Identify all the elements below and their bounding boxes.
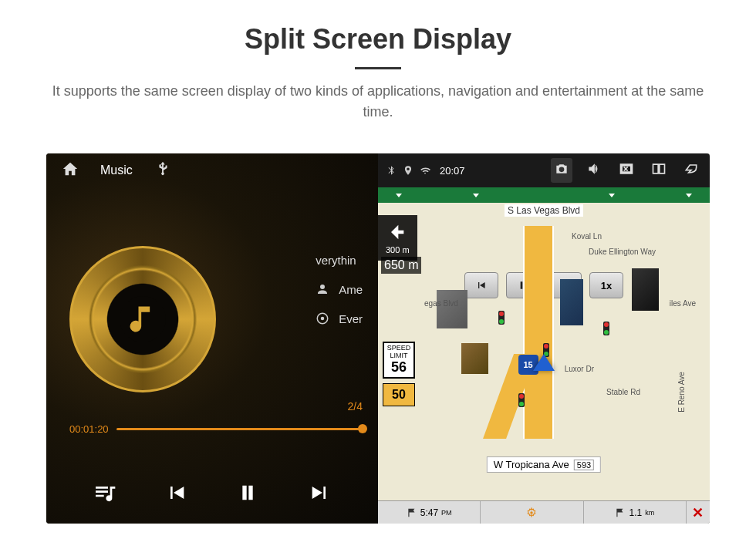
nav-bottom-bar: 5:47 PM 1.1 km ✕ bbox=[378, 500, 710, 524]
speed-limit-label: SPEED LIMIT bbox=[386, 345, 412, 360]
speed-limit-sign: SPEED LIMIT 56 bbox=[383, 342, 415, 379]
page-subtitle: It supports the same screen display of t… bbox=[46, 81, 710, 123]
status-icons bbox=[386, 165, 430, 176]
seek-bar[interactable] bbox=[116, 428, 363, 430]
street-tropicana: W Tropicana Ave bbox=[494, 459, 569, 470]
bluetooth-icon bbox=[386, 165, 397, 176]
track-title: verythin bbox=[316, 254, 356, 267]
progress-bar[interactable]: 00:01:20 bbox=[69, 423, 363, 435]
next-button[interactable] bbox=[307, 480, 332, 508]
route-bar bbox=[378, 187, 710, 203]
distance-unit: km bbox=[645, 509, 654, 517]
street-reno: E Reno Ave bbox=[677, 372, 686, 413]
track-title-row: verythin bbox=[316, 254, 363, 267]
street-koval: Koval Ln bbox=[572, 232, 602, 241]
eta-cell[interactable]: 5:47 PM bbox=[378, 501, 481, 524]
street-luxor: Luxor Dr bbox=[565, 365, 594, 373]
street-iles: iles Ave bbox=[670, 299, 696, 308]
person-icon bbox=[316, 282, 329, 296]
system-topbar: 20:07 bbox=[378, 153, 710, 187]
close-app-button[interactable] bbox=[616, 158, 637, 183]
flag-icon bbox=[615, 507, 626, 518]
eta-unit: PM bbox=[441, 509, 452, 517]
split-button[interactable] bbox=[648, 158, 670, 183]
volume-button[interactable] bbox=[583, 158, 605, 183]
nav-cursor-icon bbox=[533, 354, 555, 371]
flag-icon bbox=[407, 507, 417, 518]
street-stable: Stable Rd bbox=[606, 388, 640, 396]
track-info: verythin Ame Ever bbox=[316, 238, 363, 341]
time-current: 00:01:20 bbox=[69, 423, 109, 435]
playlist-button[interactable] bbox=[93, 480, 117, 508]
music-controls bbox=[46, 480, 378, 508]
page-title: Split Screen Display bbox=[31, 23, 725, 56]
current-street: W Tropicana Ave 593 bbox=[487, 456, 601, 473]
album-disc bbox=[69, 246, 216, 392]
street-number: 593 bbox=[574, 460, 594, 470]
music-pane: Music verythin Ame Ever 2/4 bbox=[46, 153, 378, 524]
music-topbar: Music bbox=[46, 153, 378, 187]
turn-distance-2: 650 m bbox=[381, 257, 421, 274]
street-vegas: egas Blvd bbox=[424, 299, 458, 308]
nav-close-button[interactable]: ✕ bbox=[687, 504, 710, 521]
map-view[interactable]: S Las Vegas Blvd 300 m 650 m 1x bbox=[378, 187, 710, 500]
route-options[interactable] bbox=[481, 501, 583, 524]
music-title: Music bbox=[100, 163, 133, 177]
svg-point-2 bbox=[531, 511, 534, 514]
distance-cell[interactable]: 1.1 km bbox=[584, 501, 687, 524]
system-buttons bbox=[551, 158, 702, 183]
system-time: 20:07 bbox=[440, 165, 465, 177]
svg-point-1 bbox=[321, 317, 325, 321]
album-row: Ever bbox=[316, 312, 363, 325]
title-divider bbox=[355, 67, 401, 69]
artist-name: Ame bbox=[339, 283, 363, 296]
speed-limit-value: 56 bbox=[386, 360, 412, 376]
gear-icon bbox=[526, 507, 537, 518]
pause-button[interactable] bbox=[235, 480, 260, 508]
current-speed: 50 bbox=[383, 383, 415, 406]
street-las-vegas-blvd: S Las Vegas Blvd bbox=[505, 204, 583, 217]
prev-button[interactable] bbox=[164, 480, 189, 508]
turn-left-icon bbox=[386, 221, 407, 243]
back-button[interactable] bbox=[680, 158, 702, 183]
nav-pane: 20:07 S Las Vegas Blvd 300 m 650 m bbox=[378, 153, 710, 524]
turn-instruction: 300 m bbox=[378, 215, 417, 261]
street-duke: Duke Ellington Way bbox=[589, 248, 656, 256]
eta-value: 5:47 bbox=[420, 507, 438, 518]
disc-icon bbox=[316, 312, 329, 325]
artist-row: Ame bbox=[316, 282, 363, 296]
usb-icon[interactable] bbox=[154, 160, 171, 180]
home-icon[interactable] bbox=[62, 160, 79, 180]
track-counter: 2/4 bbox=[348, 400, 363, 413]
distance-value: 1.1 bbox=[629, 507, 642, 518]
wifi-icon bbox=[420, 165, 430, 176]
screenshot-button[interactable] bbox=[551, 158, 572, 183]
turn-distance-1: 300 m bbox=[386, 245, 410, 254]
device-screenshot: Music verythin Ame Ever 2/4 bbox=[46, 153, 710, 524]
album-name: Ever bbox=[339, 312, 363, 325]
music-note-icon bbox=[126, 302, 160, 336]
location-icon bbox=[403, 165, 413, 176]
